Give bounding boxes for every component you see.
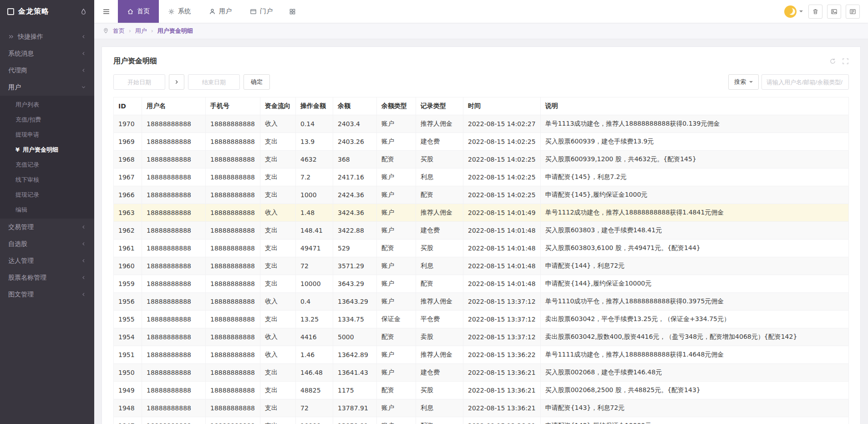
- cell-amount: 10000: [296, 417, 333, 424]
- sidebar-subitem-user-funds-detail[interactable]: ¥ 用户资金明细: [0, 142, 94, 157]
- table-row[interactable]: 19471888888888818888888888支出1000013859.9…: [114, 417, 849, 424]
- sidebar-item-trade-management[interactable]: 交易管理: [0, 219, 94, 235]
- sidebar-item-users[interactable]: 用户: [0, 79, 94, 96]
- table-row[interactable]: 19621888888888818888888888支出148.413422.8…: [114, 222, 849, 240]
- sidebar-subitem-withdraw-request[interactable]: 提现申请: [0, 127, 94, 142]
- breadcrumb-link-home[interactable]: 首页: [113, 27, 125, 35]
- table-row[interactable]: 19561888888888818888888888收入0.413643.29账…: [114, 293, 849, 311]
- cell-id: 1961: [114, 240, 142, 257]
- main-area: 首页 系统 用户 门户: [94, 0, 868, 424]
- sidebar-subitem-withdraw-records[interactable]: 提现记录: [0, 187, 94, 202]
- column-header-id[interactable]: ID: [114, 97, 142, 115]
- sidebar-subitem-offline-review[interactable]: 线下审核: [0, 172, 94, 187]
- sidebar-menu: 快捷操作 系统消息 代理商 用户 用户列表 充值/扣费: [0, 23, 94, 424]
- chevron-left-icon: [81, 51, 86, 56]
- topnav-item-user[interactable]: 用户: [200, 0, 241, 23]
- sidebar-item-watchlist-stocks[interactable]: 自选股: [0, 235, 94, 252]
- cell-username: 18888888888: [142, 275, 206, 293]
- column-header-balance[interactable]: 余额: [333, 97, 377, 115]
- search-input[interactable]: [761, 74, 849, 90]
- cell-flow: 支出: [260, 417, 296, 424]
- sidebar-item-system-messages[interactable]: 系统消息: [0, 45, 94, 62]
- column-header-time[interactable]: 时间: [463, 97, 541, 115]
- column-header-username[interactable]: 用户名: [142, 97, 206, 115]
- cell-balance_type: 配资: [377, 240, 416, 257]
- cell-phone: 18888888888: [206, 364, 260, 382]
- column-header-record_type[interactable]: 记录类型: [416, 97, 463, 115]
- cell-username: 18888888888: [142, 240, 206, 257]
- topnav-item-apps[interactable]: [282, 0, 303, 23]
- panel-button[interactable]: [846, 5, 860, 19]
- sidebar-item-expert-management[interactable]: 达人管理: [0, 252, 94, 269]
- topnav-item-home[interactable]: 首页: [118, 0, 159, 23]
- image-button[interactable]: [827, 5, 841, 19]
- table-row[interactable]: 19691888888888818888888888支出13.92403.26账…: [114, 133, 849, 151]
- sidebar-item-content-management[interactable]: 图文管理: [0, 286, 94, 303]
- cell-id: 1967: [114, 169, 142, 186]
- date-range-arrow-button[interactable]: [169, 74, 184, 90]
- table-row[interactable]: 19631888888888818888888888收入1.483424.36账…: [114, 204, 849, 222]
- sidebar-item-quick-actions[interactable]: 快捷操作: [0, 28, 94, 45]
- trash-button[interactable]: [808, 5, 822, 19]
- cell-time: 2022-08-15 14:02:25: [463, 133, 541, 151]
- table-row[interactable]: 19591888888888818888888888支出100003643.29…: [114, 275, 849, 293]
- cell-phone: 18888888888: [206, 328, 260, 346]
- cell-record_type: 买股: [416, 151, 463, 169]
- sidebar-subitem-label: 用户资金明细: [23, 146, 58, 154]
- column-header-balance_type[interactable]: 余额类型: [377, 97, 416, 115]
- cell-amount: 1.46: [296, 346, 333, 364]
- fullscreen-icon[interactable]: [842, 58, 849, 65]
- table-row[interactable]: 19551888888888818888888888支出13.251334.75…: [114, 311, 849, 328]
- sidebar-subitem-recharge-records[interactable]: 充值记录: [0, 157, 94, 172]
- table-row[interactable]: 19671888888888818888888888支出7.22417.16账户…: [114, 169, 849, 186]
- location-pin-icon: [103, 28, 109, 34]
- refresh-icon[interactable]: [829, 58, 836, 65]
- table-row[interactable]: 19501888888888818888888888支出146.4813641.…: [114, 364, 849, 382]
- search-group: 搜索: [728, 74, 849, 90]
- end-date-input[interactable]: [188, 74, 240, 90]
- table-row[interactable]: 19681888888888818888888888支出4632368配资买股2…: [114, 151, 849, 169]
- sidebar-item-stock-name-management[interactable]: 股票名称管理: [0, 269, 94, 286]
- yen-icon: ¥: [15, 146, 20, 153]
- cell-time: 2022-08-15 14:02:25: [463, 151, 541, 169]
- table-row[interactable]: 19661888888888818888888888支出10002424.36账…: [114, 186, 849, 204]
- cell-username: 18888888888: [142, 133, 206, 151]
- cell-flow: 支出: [260, 186, 296, 204]
- cell-desc: 单号1112成功建仓，推荐人18888888888获得1.4841元佣金: [540, 204, 848, 222]
- cell-balance_type: 账户: [377, 293, 416, 311]
- sidebar-subitem-user-list[interactable]: 用户列表: [0, 97, 94, 112]
- table-row[interactable]: 19481888888888818888888888支出7213787.91账户…: [114, 399, 849, 417]
- breadcrumb-separator: ›: [151, 28, 153, 34]
- table-row[interactable]: 19701888888888818888888888收入0.142403.4账户…: [114, 115, 849, 133]
- table-row[interactable]: 19541888888888818888888888收入44165000配资卖股…: [114, 328, 849, 346]
- table-row[interactable]: 19611888888888818888888888支出49471529配资买股…: [114, 240, 849, 257]
- start-date-input[interactable]: [113, 74, 165, 90]
- sidebar-subitem-recharge-deduct[interactable]: 充值/扣费: [0, 112, 94, 127]
- table-row[interactable]: 19491888888888818888888888支出488251175配资买…: [114, 382, 849, 399]
- cell-balance: 5000: [333, 328, 377, 346]
- user-funds-panel: 用户资金明细 确定: [102, 46, 861, 424]
- search-dropdown-button[interactable]: 搜索: [728, 74, 759, 90]
- column-header-desc[interactable]: 说明: [540, 97, 848, 115]
- droplet-icon[interactable]: [80, 8, 87, 15]
- cell-id: 1969: [114, 133, 142, 151]
- app-root: 金龙策略 快捷操作 系统消息 代理商 用户: [0, 0, 868, 424]
- column-header-phone[interactable]: 手机号: [206, 97, 260, 115]
- chevron-down-icon: [81, 85, 86, 90]
- user-icon: [209, 8, 216, 15]
- topnav-item-portal[interactable]: 门户: [241, 0, 282, 23]
- confirm-button[interactable]: 确定: [244, 74, 270, 90]
- table-row[interactable]: 19511888888888818888888888收入1.4613642.89…: [114, 346, 849, 364]
- avatar-dropdown[interactable]: [783, 4, 804, 20]
- sidebar-item-agents[interactable]: 代理商: [0, 62, 94, 79]
- fast-forward-icon: [8, 34, 14, 40]
- breadcrumb-link-users[interactable]: 用户: [135, 27, 147, 35]
- column-header-flow[interactable]: 资金流向: [260, 97, 296, 115]
- filter-toolbar: 确定 搜索: [102, 70, 860, 97]
- sidebar-subitem-edit[interactable]: 编辑: [0, 202, 94, 217]
- topnav-item-system[interactable]: 系统: [159, 0, 200, 23]
- cell-desc: 单号1113成功建仓，推荐人18888888888获得0.139元佣金: [540, 115, 848, 133]
- table-row[interactable]: 19601888888888818888888888支出723571.29账户利…: [114, 257, 849, 275]
- column-header-amount[interactable]: 操作金额: [296, 97, 333, 115]
- hamburger-icon[interactable]: [94, 0, 118, 23]
